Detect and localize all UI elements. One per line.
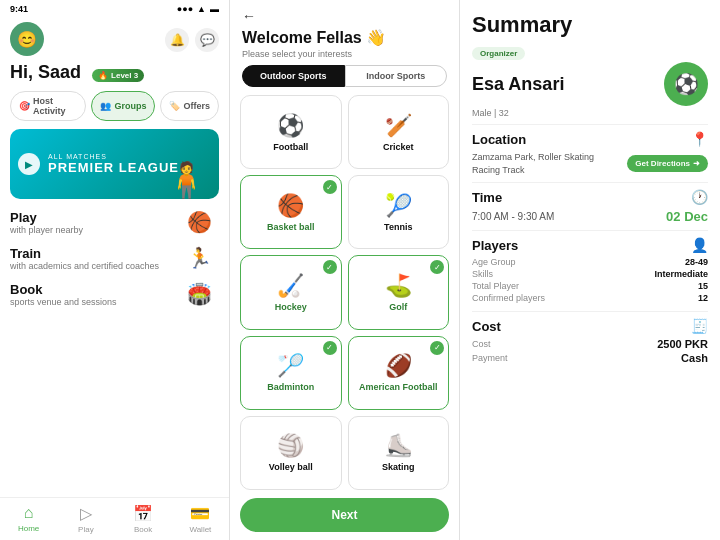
groups-pill[interactable]: 👥 Groups bbox=[91, 91, 155, 121]
golf-icon: ⛳ bbox=[385, 273, 412, 299]
sport-hockey[interactable]: ✓ 🏑 Hockey bbox=[240, 255, 342, 329]
payment-value: Cash bbox=[681, 352, 708, 364]
time-label: Time bbox=[472, 190, 502, 205]
nav-play[interactable]: ▷ Play bbox=[57, 504, 114, 534]
organizer-sub: Male | 32 bbox=[472, 108, 708, 118]
sport-golf[interactable]: ✓ ⛳ Golf bbox=[348, 255, 450, 329]
home-panel: 9:41 ●●● ▲ ▬ 😊 🔔 💬 Hi, Saad 🔥 Level 3 🎯 … bbox=[0, 0, 230, 540]
level-badge: 🔥 Level 3 bbox=[92, 69, 144, 82]
status-time: 9:41 bbox=[10, 4, 28, 14]
train-image: 🏃 bbox=[179, 243, 219, 273]
confirmed-players-row: Confirmed players 12 bbox=[472, 293, 708, 303]
skating-icon: ⛸️ bbox=[385, 433, 412, 459]
interests-title: Welcome Fellas 👋 bbox=[242, 28, 447, 47]
sport-volleyball[interactable]: 🏐 Volley ball bbox=[240, 416, 342, 490]
volleyball-icon: 🏐 bbox=[277, 433, 304, 459]
players-section: Players 👤 Age Group 28-49 Skills Interme… bbox=[472, 230, 708, 311]
host-activity-pill[interactable]: 🎯 Host Activity bbox=[10, 91, 86, 121]
play-title: Play bbox=[10, 210, 83, 225]
time-range: 7:00 AM - 9:30 AM bbox=[472, 211, 554, 222]
cost-icon: 🧾 bbox=[691, 318, 708, 334]
status-bar: 9:41 ●●● ▲ ▬ bbox=[0, 0, 229, 18]
sport-football[interactable]: ⚽ Football bbox=[240, 95, 342, 169]
home-nav-pills: 🎯 Host Activity 👥 Groups 🏷️ Offers bbox=[0, 87, 229, 125]
basketball-icon: 🏀 bbox=[277, 193, 304, 219]
book-title: Book bbox=[10, 282, 117, 297]
american-football-label: American Football bbox=[359, 382, 438, 392]
play-subtitle: with player nearby bbox=[10, 225, 83, 235]
sports-grid: ⚽ Football 🏏 Cricket ✓ 🏀 Basket ball 🎾 T… bbox=[230, 95, 459, 490]
basketball-check: ✓ bbox=[323, 180, 337, 194]
next-button[interactable]: Next bbox=[240, 498, 449, 532]
play-image: 🏀 bbox=[179, 207, 219, 237]
banner-tag: All Matches bbox=[48, 153, 179, 160]
sport-american-football[interactable]: ✓ 🏈 American Football bbox=[348, 336, 450, 410]
golf-check: ✓ bbox=[430, 260, 444, 274]
notification-icon[interactable]: 🔔 bbox=[165, 28, 189, 52]
cost-amount-value: 2500 PKR bbox=[657, 338, 708, 350]
nav-book[interactable]: 📅 Book bbox=[115, 504, 172, 534]
bottom-navigation: ⌂ Home ▷ Play 📅 Book 💳 Wallet bbox=[0, 497, 229, 540]
sport-tennis[interactable]: 🎾 Tennis bbox=[348, 175, 450, 249]
back-arrow[interactable]: ← bbox=[242, 8, 256, 24]
train-section[interactable]: Train with academics and certified coach… bbox=[10, 243, 219, 273]
message-icon[interactable]: 💬 bbox=[195, 28, 219, 52]
location-address: Zamzama Park, Roller Skating Racing Trac… bbox=[472, 151, 619, 176]
book-image: 🏟️ bbox=[179, 279, 219, 309]
nav-home[interactable]: ⌂ Home bbox=[0, 504, 57, 534]
play-icon: ▷ bbox=[80, 504, 92, 523]
football-icon: ⚽ bbox=[277, 113, 304, 139]
battery-icon: ▬ bbox=[210, 4, 219, 14]
confirmed-players-label: Confirmed players bbox=[472, 293, 545, 303]
directions-button[interactable]: Get Directions ➜ bbox=[627, 155, 708, 172]
badminton-label: Badminton bbox=[267, 382, 314, 392]
location-icon: 📍 bbox=[691, 131, 708, 147]
sport-basketball[interactable]: ✓ 🏀 Basket ball bbox=[240, 175, 342, 249]
sport-badminton[interactable]: ✓ 🏸 Badminton bbox=[240, 336, 342, 410]
organizer-label: Organizer bbox=[472, 47, 525, 60]
location-section: Location 📍 Zamzama Park, Roller Skating … bbox=[472, 124, 708, 182]
summary-panel: Summary Organizer Esa Ansari ⚽ Male | 32… bbox=[460, 0, 720, 540]
players-label: Players bbox=[472, 238, 518, 253]
sport-skating[interactable]: ⛸️ Skating bbox=[348, 416, 450, 490]
book-section[interactable]: Book sports venue and sessions 🏟️ bbox=[10, 279, 219, 309]
greeting-text: Hi, Saad 🔥 Level 3 bbox=[10, 62, 219, 83]
basketball-label: Basket ball bbox=[267, 222, 315, 232]
cricket-icon: 🏏 bbox=[385, 113, 412, 139]
organizer-row: Esa Ansari ⚽ bbox=[472, 62, 708, 106]
interests-header: ← bbox=[230, 0, 459, 28]
clock-icon: 🕐 bbox=[691, 189, 708, 205]
age-group-label: Age Group bbox=[472, 257, 516, 267]
home-icon: ⌂ bbox=[24, 504, 34, 522]
offers-pill[interactable]: 🏷️ Offers bbox=[160, 91, 219, 121]
football-label: Football bbox=[273, 142, 308, 152]
nav-wallet[interactable]: 💳 Wallet bbox=[172, 504, 229, 534]
age-group-value: 28-49 bbox=[685, 257, 708, 267]
skills-value: Intermediate bbox=[654, 269, 708, 279]
play-section[interactable]: Play with player nearby 🏀 bbox=[10, 207, 219, 237]
outdoor-toggle[interactable]: Outdoor Sports bbox=[242, 65, 345, 87]
book-icon: 📅 bbox=[133, 504, 153, 523]
age-group-row: Age Group 28-49 bbox=[472, 257, 708, 267]
premier-league-banner[interactable]: ▶ All Matches PREMIER LEAGUE 🧍 bbox=[10, 129, 219, 199]
tennis-icon: 🎾 bbox=[385, 193, 412, 219]
hockey-check: ✓ bbox=[323, 260, 337, 274]
cost-section: Cost 🧾 Cost 2500 PKR Payment Cash bbox=[472, 311, 708, 372]
payment-row: Payment Cash bbox=[472, 352, 708, 364]
sport-cricket[interactable]: 🏏 Cricket bbox=[348, 95, 450, 169]
organizer-name: Esa Ansari bbox=[472, 74, 564, 95]
total-players-row: Total Player 15 bbox=[472, 281, 708, 291]
american-football-check: ✓ bbox=[430, 341, 444, 355]
signal-icon: ●●● bbox=[177, 4, 193, 14]
home-header: 😊 🔔 💬 bbox=[0, 18, 229, 62]
sport-type-toggle: Outdoor Sports Indoor Sports bbox=[242, 65, 447, 87]
total-players-value: 15 bbox=[698, 281, 708, 291]
play-button[interactable]: ▶ bbox=[18, 153, 40, 175]
indoor-toggle[interactable]: Indoor Sports bbox=[345, 65, 448, 87]
location-label: Location bbox=[472, 132, 526, 147]
date-highlight: 02 Dec bbox=[666, 209, 708, 224]
train-subtitle: with academics and certified coaches bbox=[10, 261, 159, 271]
book-subtitle: sports venue and sessions bbox=[10, 297, 117, 307]
banner-figure: 🧍 bbox=[164, 163, 209, 199]
volleyball-label: Volley ball bbox=[269, 462, 313, 472]
